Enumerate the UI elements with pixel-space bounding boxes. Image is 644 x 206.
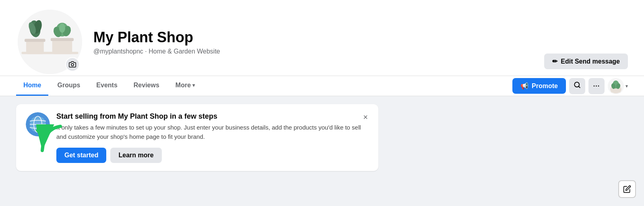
megaphone-icon: 📢 (520, 82, 528, 90)
avatar-container (16, 8, 84, 76)
user-avatar-button[interactable]: ▾ (608, 78, 628, 94)
sell-icon (26, 112, 50, 136)
user-avatar-small (608, 78, 624, 94)
profile-info: My Plant Shop @myplantshopnc · Home & Ga… (93, 22, 535, 61)
tab-reviews[interactable]: Reviews (126, 76, 167, 96)
ellipsis-icon: ··· (593, 82, 600, 90)
svg-rect-8 (51, 38, 74, 41)
close-button[interactable]: × (359, 111, 372, 124)
profile-header: My Plant Shop @myplantshopnc · Home & Ga… (0, 0, 644, 76)
profile-name: My Plant Shop (93, 29, 535, 46)
tab-events[interactable]: Events (89, 76, 124, 96)
sell-card-description: It only takes a few minutes to set up yo… (56, 123, 369, 141)
svg-point-12 (59, 23, 65, 33)
chevron-down-icon: ▾ (192, 82, 195, 88)
promote-button[interactable]: 📢 Promote (512, 78, 566, 94)
edit-send-button[interactable]: ✏ Edit Send message (544, 54, 628, 69)
camera-badge[interactable] (65, 57, 80, 72)
tab-groups[interactable]: Groups (50, 76, 87, 96)
tab-home[interactable]: Home (16, 76, 48, 96)
learn-more-button[interactable]: Learn more (110, 148, 161, 163)
more-options-button[interactable]: ··· (588, 78, 605, 94)
sell-card-title: Start selling from My Plant Shop in a fe… (56, 112, 369, 121)
sell-card: Start selling from My Plant Shop in a fe… (16, 104, 378, 171)
profile-actions: ✏ Edit Send message (544, 54, 628, 76)
svg-rect-3 (25, 39, 45, 42)
svg-line-15 (578, 86, 580, 87)
sell-content: Start selling from My Plant Shop in a fe… (56, 112, 369, 163)
search-button[interactable] (569, 78, 585, 94)
nav-bar: Home Groups Events Reviews More ▾ 📢 Prom… (0, 76, 644, 96)
nav-right: 📢 Promote ··· (512, 78, 628, 94)
search-icon (574, 81, 581, 91)
tab-more[interactable]: More ▾ (168, 76, 202, 96)
nav-tabs: Home Groups Events Reviews More ▾ (16, 76, 511, 96)
svg-rect-7 (52, 39, 72, 54)
svg-rect-27 (37, 125, 39, 131)
dropdown-arrow-icon: ▾ (625, 83, 628, 89)
pencil-icon: ✏ (552, 58, 557, 65)
svg-point-13 (71, 64, 74, 66)
sell-card-buttons: Get started Learn more (56, 148, 369, 163)
main-content: Start selling from My Plant Shop in a fe… (0, 96, 644, 179)
svg-rect-2 (26, 40, 44, 54)
profile-sub: @myplantshopnc · Home & Garden Website (93, 48, 535, 55)
get-started-button[interactable]: Get started (56, 148, 106, 163)
